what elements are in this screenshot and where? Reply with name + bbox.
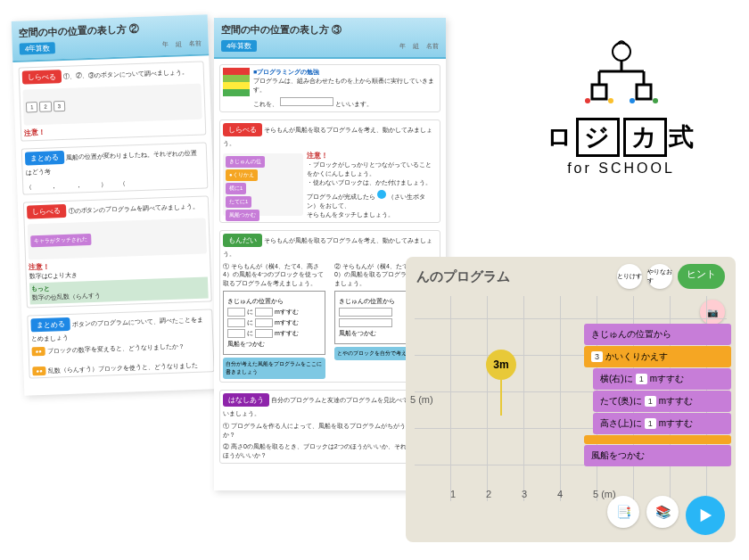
play-button[interactable] bbox=[686, 496, 725, 535]
app-window: 高さ(上)に1mすすむ 高さ(下)に1mすすむ 風船をつかむ んのプログラム と… bbox=[406, 257, 736, 542]
svg-point-10 bbox=[653, 98, 658, 103]
redo-button[interactable]: やりなおす bbox=[647, 264, 672, 289]
svg-point-8 bbox=[608, 98, 613, 103]
discuss-tag: はなしあう bbox=[223, 393, 269, 407]
svg-point-7 bbox=[585, 98, 590, 103]
brand-name: ロジカ式 bbox=[547, 118, 696, 157]
investigate-tag-2: しらべる bbox=[27, 204, 66, 219]
investigate-tag: しらべる bbox=[223, 123, 262, 136]
svg-rect-5 bbox=[592, 85, 606, 99]
3d-canvas[interactable]: 3m きじゅんの位置から 3かいくりかえす 横(右)に1mすすむ たて(奥)に1… bbox=[415, 296, 727, 501]
summary-tag: まとめる bbox=[25, 151, 64, 166]
svg-rect-6 bbox=[637, 85, 651, 99]
ws1-grade: 4年算数 bbox=[20, 42, 56, 54]
ws2-grade: 4年算数 bbox=[221, 40, 257, 52]
block-repeat[interactable]: 3かいくりかえす bbox=[584, 346, 731, 367]
investigate-tag: しらべる bbox=[22, 70, 62, 85]
undo-button[interactable]: とりけす bbox=[617, 264, 642, 289]
block-move-x[interactable]: 横(右)に1mすすむ bbox=[593, 368, 731, 390]
ws2-title: 空間の中の位置の表し方 ③ bbox=[221, 23, 439, 37]
balloon: 3m bbox=[486, 350, 516, 416]
program-stack[interactable]: きじゅんの位置から 3かいくりかえす 横(右)に1mすすむ たて(奥)に1mすす… bbox=[584, 323, 731, 467]
ws1-title: 空間の中の位置の表し方 ② bbox=[19, 21, 201, 40]
caution-label: 注意！ bbox=[24, 128, 45, 137]
scene-preview: 1 2 3 bbox=[22, 84, 202, 126]
ws2-header: 空間の中の位置の表し方 ③ 4年算数 年組名前 bbox=[214, 18, 446, 59]
lightbulb-tree-icon bbox=[577, 36, 666, 107]
block-start[interactable]: きじゅんの位置から bbox=[584, 324, 731, 345]
block-move-z[interactable]: 高さ(上)に1mすすむ bbox=[593, 413, 731, 434]
block-move-y[interactable]: たて(奥)に1mすすむ bbox=[593, 391, 731, 412]
ws1-header: 空間の中の位置の表し方 ② 4年算数 年組名前 bbox=[12, 14, 209, 62]
problem-tag: もんだい bbox=[223, 234, 262, 247]
program-template-1: きじゅんの位置から にmすすむ にmすすむ にmすすむ 風船をつかむ bbox=[223, 291, 325, 355]
brand-logo: ロジカ式 for SCHOOL bbox=[547, 36, 696, 177]
hint-button[interactable]: ヒント bbox=[678, 264, 725, 289]
summary-tag-2: まとめる bbox=[30, 317, 70, 333]
block-grab-balloon[interactable]: 風船をつかむ bbox=[584, 445, 731, 466]
blocks-button-2[interactable]: 📚 bbox=[646, 496, 679, 528]
worksheet-1: 空間の中の位置の表し方 ② 4年算数 年組名前 しらべる ①、②、③のボタンにつ… bbox=[12, 14, 221, 395]
play-icon bbox=[697, 507, 713, 523]
svg-point-9 bbox=[630, 98, 635, 103]
brand-sub: for SCHOOL bbox=[547, 161, 696, 177]
app-title: んのプログラム bbox=[416, 268, 510, 285]
blocks-button-1[interactable]: 📑 bbox=[607, 496, 639, 528]
